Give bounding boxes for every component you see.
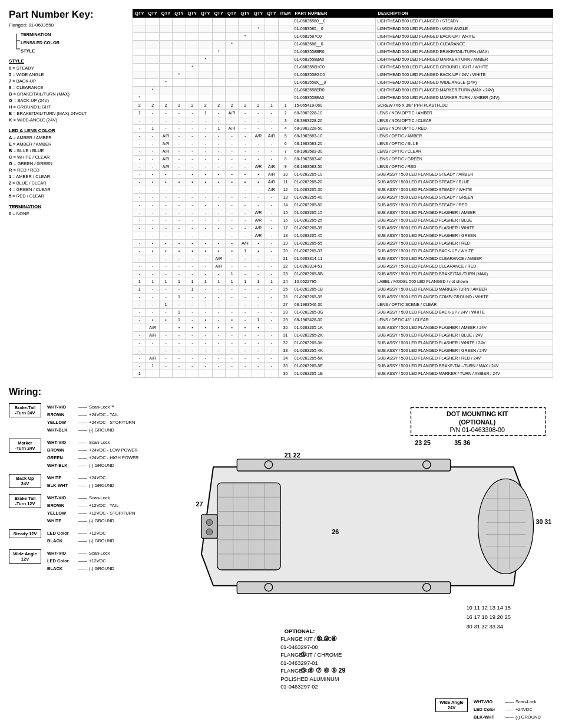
- cell-qty11-row37: -: [265, 294, 278, 301]
- cell-qty4-row31: •: [173, 248, 186, 255]
- cell-item-row25: 14: [278, 202, 293, 209]
- cell-qty7-row11: [212, 94, 225, 102]
- cell-qty8-row8: [225, 71, 238, 79]
- cell-desc-row31: SUB ASSY / 500 LED FLANGED BACK-UP / WHI…: [376, 248, 553, 255]
- cell-qty3-row36: -: [159, 286, 172, 294]
- wire-whtblk-2: WHT-BLK —— (-) GROUND: [47, 462, 138, 469]
- table-row: *01-0683588__0LIGHTHEAD 500 LED FLANGED …: [133, 41, 553, 48]
- cell-qty5-row37: -: [186, 294, 199, 301]
- cell-qty10-row1: [252, 18, 265, 25]
- brake-tail-12v-block: Brake-Tail-Turn 12V WHT-VIO —— Scan-Lock…: [9, 494, 168, 525]
- cell-qty8-row36: -: [225, 286, 238, 294]
- cell-qty4-row5: [173, 48, 186, 56]
- cell-desc-row43: SUB ASSY / 500 LED FLANGED FLASHER / WHI…: [376, 340, 553, 347]
- style-8: 8 = CLEARANCE: [9, 84, 130, 91]
- cell-pn-row29: 01-0263265-45: [293, 232, 376, 240]
- cell-qty7-row26: -: [212, 209, 225, 217]
- cell-qty10-row10: [252, 87, 265, 94]
- cell-qty10-row6: [252, 56, 265, 64]
- cell-qty10-row36: -: [252, 286, 265, 294]
- cell-qty10-row17: -: [252, 140, 265, 148]
- cell-qty3-row14: -: [159, 117, 172, 125]
- cell-qty11-row42: -: [265, 332, 278, 340]
- cell-qty7-row6: [212, 56, 225, 64]
- cell-pn-row36: 01-0263265-1B: [293, 286, 376, 294]
- cell-qty2-row32: -: [146, 255, 159, 263]
- cell-qty2-row17: -: [146, 140, 159, 148]
- table-row: -----------1401-0263265-50SUB ASSY / 500…: [133, 202, 553, 209]
- cell-desc-row32: SUB ASSY / 500 LED FLANGED CLEARANCE / A…: [376, 255, 553, 263]
- cell-item-row24: 13: [278, 194, 293, 202]
- cell-qty3-row47: -: [159, 370, 172, 378]
- cell-qty2-row41: A/R: [146, 324, 159, 332]
- cell-qty2-row5: [146, 48, 159, 56]
- cell-qty4-row4: [173, 41, 186, 48]
- wiring-content: Brake-Tail-Turn 24V WHT-VIO —— Scan-Lock…: [9, 403, 553, 721]
- cell-qty8-row43: -: [225, 340, 238, 347]
- cell-pn-row1: 01-06835580__0: [293, 18, 376, 25]
- cell-qty9-row35: 1: [239, 278, 252, 286]
- cell-qty6-row12: 2: [199, 102, 212, 110]
- cell-qty8-row42: -: [225, 332, 238, 340]
- cell-qty10-row41: •: [252, 324, 265, 332]
- cell-qty10-row22: •: [252, 179, 265, 186]
- cell-qty8-row26: -: [225, 209, 238, 217]
- cell-qty8-row24: -: [225, 194, 238, 202]
- wide-angle-12v-label: Wide Angle12V: [9, 549, 41, 564]
- th-qty5: QTY: [186, 9, 199, 18]
- cell-qty11-row15: -: [265, 125, 278, 133]
- table-row: -••-••••••A/R1001-0263265-10SUB ASSY / 5…: [133, 171, 553, 179]
- cell-qty9-row26: -: [239, 209, 252, 217]
- cell-qty7-row13: -: [212, 110, 225, 117]
- cell-qty2-row22: •: [146, 179, 159, 186]
- cell-pn-row38: 68-1963546-30: [293, 301, 376, 309]
- cell-qty10-row18: -: [252, 148, 265, 156]
- cell-qty2-row35: 1: [146, 278, 159, 286]
- cell-pn-row15: 68-3963228-50: [293, 125, 376, 133]
- cell-pn-row23: 01-0263265-30: [293, 186, 376, 194]
- cell-qty4-row45: -: [173, 355, 186, 363]
- cell-qty10-row9: [252, 79, 265, 87]
- cell-qty4-row8: *: [173, 71, 186, 79]
- cell-qty5-row16: -: [186, 133, 199, 140]
- cell-qty4-row18: -: [173, 148, 186, 156]
- cell-qty5-row42: -: [186, 332, 199, 340]
- cell-qty3-row30: •: [159, 240, 172, 248]
- table-row: --A/R--------868-1963583-40LENS / OPTIC …: [133, 156, 553, 163]
- cell-pn-row37: 01-0263265-39: [293, 294, 376, 301]
- cell-pn-row9: 01-0683558K__0: [293, 79, 376, 87]
- wire-blkwht-1: BLK-WHT —— (-) GROUND: [47, 482, 114, 489]
- cell-qty8-row45: -: [225, 355, 238, 363]
- table-row: *01-0683587C0LIGHTHEAD 500 LED FLANGED B…: [133, 33, 553, 41]
- cell-desc-row12: SCREW / #6 X 3/8" PPH PLASTI-LOC: [376, 102, 553, 110]
- cell-qty7-row21: •: [212, 171, 225, 179]
- cell-qty8-row29: -: [225, 232, 238, 240]
- cell-item-row19: 8: [278, 156, 293, 163]
- cell-qty4-row26: -: [173, 209, 186, 217]
- cell-qty3-row24: -: [159, 194, 172, 202]
- cell-qty9-row9: [239, 79, 252, 87]
- cell-qty3-row45: -: [159, 355, 172, 363]
- cell-qty8-row16: -: [225, 133, 238, 140]
- cell-qty5-row30: •: [186, 240, 199, 248]
- cell-qty10-row23: -: [252, 186, 265, 194]
- svg-text:10 11 12 13 14 15: 10 11 12 13 14 15: [466, 604, 511, 611]
- cell-qty5-row4: [186, 41, 199, 48]
- cell-pn-row8: 01-0683558GC0: [293, 71, 376, 79]
- cell-qty3-row19: A/R: [159, 156, 172, 163]
- cell-qty8-row22: •: [225, 179, 238, 186]
- brake-tail-24v-block: Brake-Tail-Turn 24V WHT-VIO —— Scan-Lock…: [9, 403, 168, 434]
- cell-qty9-row11: [239, 94, 252, 102]
- svg-point-36: [206, 529, 213, 535]
- cell-qty8-row21: •: [225, 171, 238, 179]
- cell-qty2-row18: -: [146, 148, 159, 156]
- cell-qty3-row21: •: [159, 171, 172, 179]
- cell-qty9-row33: -: [239, 263, 252, 271]
- cell-qty11-row23: A/R: [265, 186, 278, 194]
- cell-qty7-row47: -: [212, 370, 225, 378]
- cell-qty8-row1: [225, 18, 238, 25]
- cell-qty6-row17: -: [199, 140, 212, 148]
- led-lens-section: LED & LENS COLOR A = AMBER / AMBER E = A…: [9, 128, 130, 199]
- cell-qty6-row5: [199, 48, 212, 56]
- cell-qty2-row15: 1: [146, 125, 159, 133]
